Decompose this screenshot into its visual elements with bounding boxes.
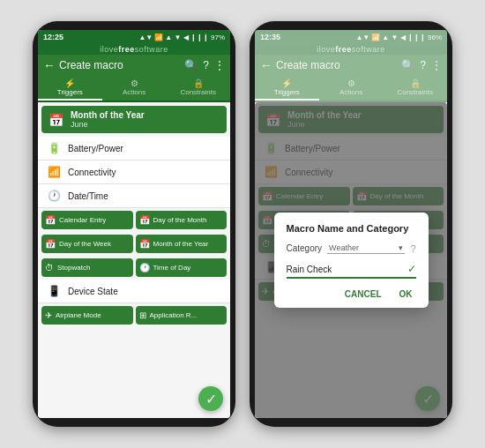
- input-check-icon: ✓: [407, 263, 416, 275]
- datetime-label: Date/Time: [68, 191, 108, 201]
- grid-application[interactable]: ⊞ Application R...: [136, 306, 228, 325]
- tab-constraints-icon-1: 🔒: [168, 78, 228, 88]
- dialog-title: Macro Name and Category: [287, 223, 416, 234]
- back-button-2: ←: [260, 58, 272, 72]
- status-time-2: 12:35: [260, 33, 280, 41]
- device-state-icon: 📱: [47, 285, 61, 297]
- brand-bar-1: ilovefreesoftware: [38, 44, 230, 55]
- active-item-title-1: Month of the Year: [71, 110, 145, 120]
- status-bar-1: 12:25 ▲▼ 📶 ▲ ▼ ◀ ❙❙❙ 97%: [38, 30, 230, 44]
- category-label: Category: [287, 243, 323, 253]
- grid-time-of-day[interactable]: 🕐 Time of Day: [136, 258, 228, 277]
- status-bar-2: 12:35 ▲▼ 📶 ▲ ▼ ◀ ❙❙❙ 96%: [255, 30, 447, 44]
- tab-triggers-2: ⚡ Triggers: [255, 76, 319, 101]
- dialog-input-row: ✓: [287, 263, 416, 279]
- grid-row-3: ⏱ Stopwatch 🕐 Time of Day: [38, 256, 230, 280]
- grid-row-4: ✈ Airplane Mode ⊞ Application R...: [38, 303, 230, 327]
- connectivity-icon: 📶: [47, 166, 61, 178]
- grid-day-of-month[interactable]: 📅 Day of the Month: [136, 211, 228, 229]
- grid-calendar-entry[interactable]: 📅 Calendar Entry: [41, 211, 133, 229]
- brand-bar-2: ilovefreesoftware: [255, 44, 447, 55]
- scroll-content-2: 📅 Month of the Year June 🔋 Battery/Power…: [255, 102, 447, 418]
- list-item-connectivity[interactable]: 📶 Connectivity: [38, 161, 230, 184]
- tabs-2: ⚡ Triggers ⚙ Actions 🔒 Constraints: [255, 76, 447, 102]
- dialog-actions: CANCEL OK: [287, 287, 416, 301]
- active-month-item-1[interactable]: 📅 Month of the Year June: [41, 106, 227, 133]
- app-toolbar-1: ← Create macro 🔍 ? ⋮: [38, 55, 230, 76]
- macro-name-input[interactable]: [287, 265, 407, 274]
- toolbar-icons-1: 🔍 ? ⋮: [184, 59, 225, 71]
- battery-label: Battery/Power: [68, 144, 123, 153]
- active-item-icon-1: 📅: [48, 113, 63, 127]
- status-icons-2: ▲▼ 📶 ▲ ▼ ◀ ❙❙❙ 96%: [355, 34, 442, 41]
- tab-constraints-1[interactable]: 🔒 Constraints: [166, 76, 230, 101]
- datetime-icon: 🕐: [47, 190, 61, 202]
- tab-actions-2: ⚙ Actions: [319, 76, 384, 101]
- status-icons-1: ▲▼ 📶 ▲ ▼ ◀ ❙❙❙ 97%: [138, 34, 225, 41]
- grid-row-1: 📅 Calendar Entry 📅 Day of the Month: [38, 208, 230, 232]
- scroll-content-1: 📅 Month of the Year June 🔋 Battery/Power…: [38, 102, 230, 418]
- tab-triggers-1[interactable]: ⚡ Triggers: [38, 76, 102, 101]
- battery-icon: 🔋: [47, 142, 61, 154]
- search-icon-1[interactable]: 🔍: [184, 59, 198, 71]
- search-icon-2: 🔍: [401, 59, 414, 71]
- phone-2: 12:35 ▲▼ 📶 ▲ ▼ ◀ ❙❙❙ 96% ilovefreesoftwa…: [250, 21, 452, 427]
- phone-2-screen: 12:35 ▲▼ 📶 ▲ ▼ ◀ ❙❙❙ 96% ilovefreesoftwa…: [255, 30, 447, 418]
- grid-airplane-mode[interactable]: ✈ Airplane Mode: [41, 306, 133, 325]
- more-icon-1[interactable]: ⋮: [214, 59, 225, 71]
- phone-1: 12:25 ▲▼ 📶 ▲ ▼ ◀ ❙❙❙ 97% ilovefreesoftwa…: [33, 21, 235, 427]
- dialog-overlay: Macro Name and Category Category Weather…: [255, 102, 447, 418]
- dialog-ok-button[interactable]: OK: [396, 287, 416, 301]
- list-item-battery[interactable]: 🔋 Battery/Power: [38, 137, 230, 161]
- macro-name-dialog: Macro Name and Category Category Weather…: [274, 213, 429, 308]
- tab-actions-1[interactable]: ⚙ Actions: [102, 76, 167, 101]
- dropdown-chevron-icon: ▾: [399, 243, 403, 252]
- list-item-device-state[interactable]: 📱 Device State: [38, 280, 230, 303]
- category-dropdown[interactable]: Weather ▾: [327, 243, 405, 254]
- connectivity-label: Connectivity: [68, 168, 116, 177]
- grid-day-of-week[interactable]: 📅 Day of the Week: [41, 235, 133, 253]
- active-item-subtitle-1: June: [71, 120, 145, 129]
- dialog-help-icon[interactable]: ?: [410, 243, 415, 254]
- help-icon-1[interactable]: ?: [203, 59, 209, 71]
- fab-1[interactable]: ✓: [198, 386, 223, 411]
- tab-actions-icon-1: ⚙: [104, 78, 165, 88]
- back-button-1[interactable]: ←: [43, 58, 56, 72]
- tab-constraints-2: 🔒 Constraints: [383, 76, 447, 101]
- toolbar-title-2: Create macro: [276, 59, 398, 71]
- category-value: Weather: [329, 243, 359, 252]
- phone-1-screen: 12:25 ▲▼ 📶 ▲ ▼ ◀ ❙❙❙ 97% ilovefreesoftwa…: [38, 30, 230, 418]
- grid-row-2: 📅 Day of the Week 📅 Month of the Year: [38, 232, 230, 256]
- more-icon-2: ⋮: [431, 59, 442, 71]
- app-toolbar-2: ← Create macro 🔍 ? ⋮: [255, 55, 447, 76]
- tabs-1: ⚡ Triggers ⚙ Actions 🔒 Constraints: [38, 76, 230, 102]
- device-state-label: Device State: [68, 287, 118, 296]
- tab-trigger-icon-1: ⚡: [40, 78, 101, 88]
- dialog-cancel-button[interactable]: CANCEL: [341, 287, 385, 301]
- status-time-1: 12:25: [43, 33, 63, 41]
- dialog-category-row: Category Weather ▾ ?: [287, 243, 416, 254]
- grid-month-of-year[interactable]: 📅 Month of the Year: [136, 235, 228, 253]
- toolbar-title-1: Create macro: [59, 59, 181, 71]
- help-icon-2: ?: [420, 59, 426, 71]
- list-item-datetime[interactable]: 🕐 Date/Time: [38, 184, 230, 208]
- grid-stopwatch[interactable]: ⏱ Stopwatch: [41, 258, 133, 277]
